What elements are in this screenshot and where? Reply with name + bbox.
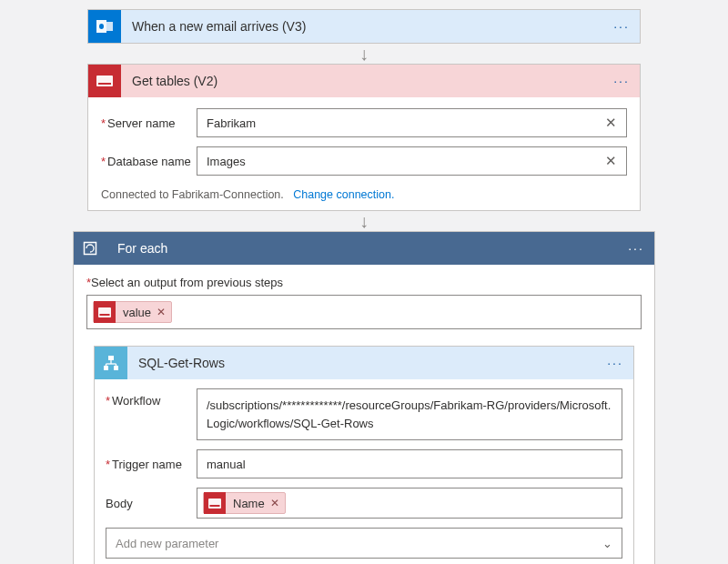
server-name-input[interactable]: Fabrikam ✕ bbox=[197, 108, 627, 137]
value-token[interactable]: value ✕ bbox=[93, 301, 172, 323]
arrow-1: ↓ bbox=[0, 44, 728, 64]
sql-get-rows-card: SQL-Get-Rows ··· Workflow /subscriptions… bbox=[94, 346, 634, 564]
email-trigger-card: When a new email arrives (V3) ··· bbox=[87, 9, 641, 44]
svg-rect-15 bbox=[208, 499, 221, 509]
workflow-input[interactable]: /subscriptions/*************/resourceGro… bbox=[197, 388, 622, 440]
sql-token-icon-2 bbox=[204, 492, 226, 514]
svg-rect-4 bbox=[98, 83, 111, 85]
get-tables-title: Get tables (V2) bbox=[121, 74, 609, 88]
database-name-label: Database name bbox=[101, 155, 197, 168]
svg-point-2 bbox=[99, 24, 104, 29]
clear-server-icon[interactable]: ✕ bbox=[602, 115, 621, 131]
workflow-label: Workflow bbox=[106, 388, 197, 408]
email-trigger-menu[interactable]: ··· bbox=[609, 19, 634, 34]
trigger-name-label: Trigger name bbox=[106, 458, 197, 471]
foreach-header[interactable]: For each ··· bbox=[74, 232, 654, 265]
outlook-icon bbox=[88, 10, 121, 43]
svg-rect-8 bbox=[108, 356, 114, 360]
get-tables-card: Get tables (V2) ··· Server name Fabrikam… bbox=[87, 64, 641, 211]
loop-icon bbox=[74, 232, 106, 265]
sql-icon bbox=[88, 65, 121, 97]
sql-get-rows-menu[interactable]: ··· bbox=[602, 356, 628, 370]
remove-value-token-icon[interactable]: ✕ bbox=[157, 306, 171, 318]
svg-rect-16 bbox=[210, 505, 220, 507]
foreach-menu[interactable]: ··· bbox=[623, 241, 649, 256]
select-output-label: *Select an output from previous steps bbox=[86, 276, 642, 289]
chevron-down-icon: ⌄ bbox=[602, 537, 612, 550]
arrow-2: ↓ bbox=[0, 211, 728, 231]
svg-rect-7 bbox=[100, 314, 110, 316]
add-parameter-select[interactable]: Add new parameter ⌄ bbox=[106, 528, 622, 559]
get-tables-menu[interactable]: ··· bbox=[609, 74, 634, 88]
email-trigger-title: When a new email arrives (V3) bbox=[121, 19, 609, 34]
sql-get-rows-title: SQL-Get-Rows bbox=[127, 356, 602, 370]
change-connection-link[interactable]: Change connection. bbox=[293, 188, 394, 201]
trigger-name-input[interactable]: manual bbox=[197, 449, 622, 478]
svg-rect-3 bbox=[96, 76, 113, 86]
svg-rect-10 bbox=[114, 366, 118, 370]
get-tables-header[interactable]: Get tables (V2) ··· bbox=[88, 65, 640, 97]
remove-name-token-icon[interactable]: ✕ bbox=[270, 497, 285, 509]
svg-rect-1 bbox=[106, 22, 113, 31]
body-label: Body bbox=[106, 497, 197, 510]
sql-token-icon bbox=[94, 301, 116, 323]
clear-database-icon[interactable]: ✕ bbox=[602, 153, 621, 169]
logic-apps-icon bbox=[95, 347, 127, 379]
database-name-input[interactable]: Images ✕ bbox=[197, 146, 627, 176]
svg-rect-9 bbox=[104, 366, 108, 370]
sql-get-rows-header[interactable]: SQL-Get-Rows ··· bbox=[95, 347, 633, 379]
email-trigger-header[interactable]: When a new email arrives (V3) ··· bbox=[88, 10, 640, 43]
body-input[interactable]: Name ✕ bbox=[197, 488, 622, 519]
connection-status: Connected to Fabrikam-Connection. bbox=[101, 188, 284, 201]
select-output-input[interactable]: value ✕ bbox=[86, 295, 642, 329]
name-token[interactable]: Name ✕ bbox=[203, 492, 286, 514]
foreach-title: For each bbox=[106, 241, 623, 256]
foreach-card: For each ··· *Select an output from prev… bbox=[73, 231, 655, 564]
server-name-label: Server name bbox=[101, 116, 197, 130]
svg-rect-6 bbox=[98, 307, 111, 317]
